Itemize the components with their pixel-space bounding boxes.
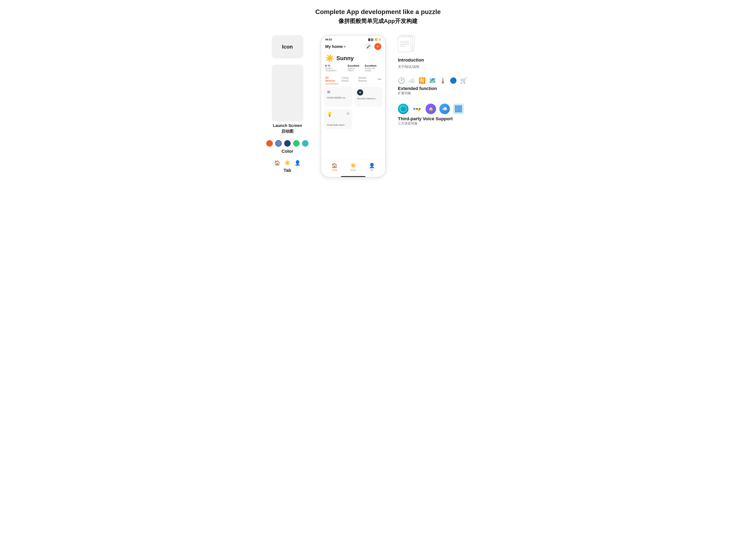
bottom-nav: 🏠 Home ☀️ Smart 👤 Me (321, 160, 385, 175)
tab-icons: 🏠 ☀️ 👤 (274, 160, 301, 166)
air-stat: Excellent Outdoor Air Quality (365, 64, 381, 72)
add-button[interactable]: + (374, 43, 381, 50)
mic-button[interactable]: 🎤 (365, 43, 372, 50)
air-value: Excellent (365, 64, 381, 67)
color-dot-green[interactable] (293, 140, 300, 147)
color-section: Color (266, 140, 309, 154)
plus-icon: + (377, 44, 379, 49)
doc-lines (399, 41, 409, 48)
color-dot-teal[interactable] (302, 140, 309, 147)
zigbee-icon: ≋ (327, 89, 349, 95)
camera-name: Security Camera-v... (357, 97, 380, 100)
extended-section: 🕐 ☁️ 🈶 🗺️ 🌡️ 🔵 🛒 Extended function 扩展功能 (398, 77, 490, 95)
weather-stats: 9 °C Outdoor Temperature Excellent Outdo… (325, 64, 381, 72)
launch-screen-section: Launch Screen 启动图 (272, 65, 303, 134)
header-right-controls: 🎤 + (365, 43, 381, 50)
extended-title-zh: 扩展功能 (398, 91, 490, 95)
google-dot-blue (413, 108, 416, 110)
color-dot-blue[interactable] (275, 140, 282, 147)
color-dot-navy[interactable] (284, 140, 291, 147)
voice-logos: 🏠 ☁️ (398, 104, 490, 114)
weather-section: ☀️ Sunny 9 °C Outdoor Temperature Excell… (321, 52, 385, 74)
more-tabs-icon[interactable]: ••• (378, 77, 381, 81)
siri-icon: 🏠 (428, 106, 433, 111)
status-icons: ▐▌▌▌ 📶 🔋 (368, 38, 381, 41)
signal-icon: ▐▌▌▌ (368, 39, 374, 41)
nav-smart[interactable]: ☀️ Smart (350, 163, 356, 171)
cloud-icon: ☁️ (408, 77, 416, 84)
extended-title-en: Extended function (398, 86, 490, 91)
pm25-stat: Excellent Outdoor PM2.5 (348, 64, 361, 72)
thermometer-icon: 🌡️ (439, 77, 446, 84)
device-grid: ≋ HUA6-ZIGBEE-vd... Security Camera-v...… (321, 87, 385, 129)
me-nav-label: Me (370, 169, 373, 171)
device-card-camera[interactable]: Security Camera-v... (354, 87, 383, 107)
xiaomi-logo (453, 104, 464, 114)
bluetooth-icon: 🔵 (450, 77, 457, 84)
right-column: Introduction 关于/协议/说明 🕐 ☁️ 🈶 🗺️ 🌡️ 🔵 🛒 E… (398, 35, 490, 126)
cart-icon: 🛒 (460, 77, 467, 84)
voice-section: 🏠 ☁️ (398, 104, 490, 126)
color-dot-orange[interactable] (266, 140, 273, 147)
google-dot-red (416, 108, 418, 110)
nav-me[interactable]: 👤 Me (369, 163, 375, 171)
my-home-label: My home (325, 44, 343, 49)
device-card-zigbee[interactable]: ≋ HUA6-ZIGBEE-vd... (324, 87, 352, 107)
alexa-logo (398, 104, 409, 114)
map-icon: 🗺️ (429, 77, 436, 84)
weather-main: ☀️ Sunny (325, 54, 381, 63)
smart-tab-icon: ☀️ (284, 160, 290, 166)
weather-type: Sunny (337, 55, 354, 62)
nav-home[interactable]: 🏠 Home (332, 163, 338, 171)
phone-header: My home ∨ 🎤 + (321, 42, 385, 52)
tab-all-devices[interactable]: All Devices (325, 74, 338, 84)
tab-living-room[interactable]: Living Room (342, 74, 355, 84)
home-tab-icon: 🏠 (274, 160, 280, 166)
home-nav-label: Home (332, 169, 338, 171)
intro-title-zh: 关于/协议/说明 (398, 65, 490, 69)
color-dots (266, 140, 309, 147)
icon-box: Icon (272, 35, 303, 59)
doc-icon-stack (398, 35, 416, 53)
tab-master-bedroom[interactable]: Master Bedroo (359, 74, 375, 84)
phone-mockup: 09:53 ▐▌▌▌ 📶 🔋 My home ∨ 🎤 + (321, 35, 386, 177)
tab-label: Tab (284, 168, 291, 173)
smart-nav-label: Smart (351, 169, 356, 171)
bulb-icon: 💡 (327, 112, 332, 117)
color-label: Color (282, 149, 293, 154)
page-header: Complete App development like a puzzle 像… (315, 8, 441, 25)
xiaomi-grid (455, 105, 462, 112)
intro-title-en: Introduction (398, 58, 490, 63)
temperature-stat: 9 °C Outdoor Temperature (325, 64, 344, 72)
main-content: Icon Launch Screen 启动图 Color (266, 35, 490, 177)
my-home-button[interactable]: My home ∨ (325, 44, 346, 49)
google-logo (412, 104, 422, 114)
bulb-name: Smart Bulb-vdevo (327, 123, 349, 126)
alexa-ring (400, 105, 407, 112)
baidu-icon: ☁️ (442, 106, 447, 112)
pm25-label: Outdoor PM2.5 (348, 67, 361, 72)
zigbee-name: HUA6-ZIGBEE-vd... (327, 96, 349, 99)
clock-icon: 🕐 (398, 77, 405, 84)
smart-nav-icon: ☀️ (350, 163, 356, 168)
status-time: 09:53 (325, 38, 332, 41)
voice-title-zh: 三方语音对接 (398, 121, 490, 126)
tab-section: 🏠 ☀️ 👤 Tab (274, 160, 301, 173)
temperature-label: Outdoor Temperature (325, 67, 344, 72)
voice-title-en: Third-party Voice Support (398, 116, 490, 121)
device-card-bulb[interactable]: 💡 ⏻ Smart Bulb-vdevo (324, 109, 352, 129)
camera-lens (359, 91, 361, 93)
left-column: Icon Launch Screen 启动图 Color (266, 35, 309, 173)
status-bar: 09:53 ▐▌▌▌ 📶 🔋 (321, 36, 385, 42)
icon-label: Icon (282, 44, 293, 50)
icon-section: Icon (272, 35, 303, 59)
launch-screen-label: Launch Screen 启动图 (273, 123, 302, 134)
header-title-en: Complete App development like a puzzle (315, 8, 441, 16)
extended-icons: 🕐 ☁️ 🈶 🗺️ 🌡️ 🔵 🛒 (398, 77, 490, 84)
bulb-power-icon: ⏻ (346, 112, 349, 115)
translate-icon: 🈶 (418, 77, 426, 84)
intro-section: Introduction 关于/协议/说明 (398, 35, 490, 69)
air-label: Outdoor Air Quality (365, 67, 381, 72)
chevron-down-icon: ∨ (344, 45, 346, 48)
battery-icon: 🔋 (378, 38, 381, 41)
